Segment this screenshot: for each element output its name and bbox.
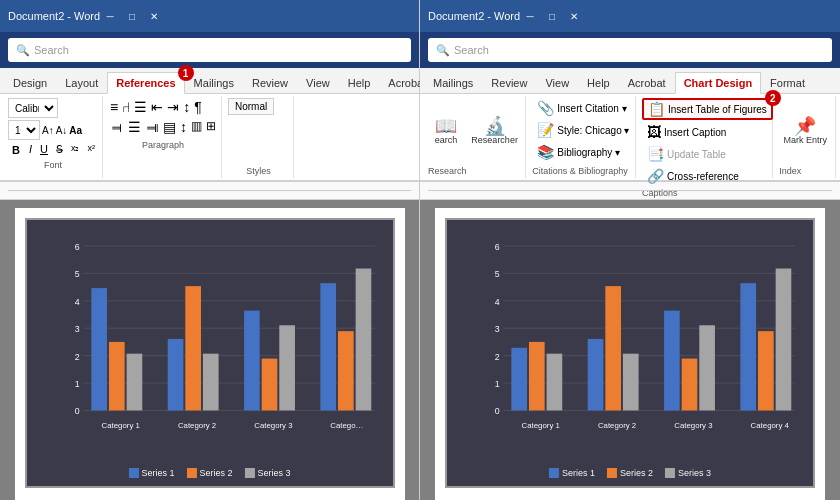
insert-citation-btn-right[interactable]: 📎 Insert Citation ▾ (532, 98, 631, 118)
badge-1: 1 (178, 65, 194, 81)
y-label-2: 2 (74, 352, 79, 362)
tab-layout-left[interactable]: Layout (56, 72, 107, 93)
search-input-left[interactable]: 🔍 Search (8, 38, 411, 62)
maximize-btn[interactable]: □ (122, 6, 142, 26)
bar-c2-s2 (185, 286, 201, 410)
align-right-btn[interactable]: ⫥ (144, 118, 160, 136)
search-input-right[interactable]: 🔍 Search (428, 38, 832, 62)
legend-s2-right: Series 2 (607, 468, 653, 478)
cat4-label-left: Catego… (330, 421, 363, 430)
numbering-btn[interactable]: ⑁ (121, 98, 131, 116)
cat1-label-right: Category 1 (522, 421, 560, 430)
border-btn[interactable]: ⊞ (205, 118, 217, 136)
svg-text:5: 5 (495, 269, 500, 279)
sup-btn[interactable]: x² (84, 142, 98, 158)
font-select-left[interactable]: Calibri (8, 98, 58, 118)
mark-entry-icon: 📌 (794, 117, 816, 135)
strikethrough-btn[interactable]: S̶ (53, 142, 66, 158)
tab-view-left[interactable]: View (297, 72, 339, 93)
update-table-btn-right[interactable]: 📑 Update Table (642, 144, 773, 164)
chart-svg-left: 6 5 4 3 2 1 0 (62, 230, 385, 446)
maximize-btn-right[interactable]: □ (542, 6, 562, 26)
ribbon-left: Calibri 10 A↑ A↓ Aa B I U S̶ x₂ x² Font … (0, 94, 419, 182)
legend-s2-label-left: Series 2 (199, 468, 232, 478)
sort-btn[interactable]: ↕ (182, 98, 191, 116)
show-marks-btn[interactable]: ¶ (193, 98, 203, 116)
aa-icon[interactable]: Aa (69, 125, 82, 136)
tab-review-left[interactable]: Review (243, 72, 297, 93)
tab-chartdesign-right[interactable]: Chart Design (675, 72, 761, 94)
search-bar-right: 🔍 Search (420, 32, 840, 68)
shrink-icon[interactable]: A↓ (56, 125, 68, 136)
tab-view-right[interactable]: View (536, 72, 578, 93)
bibliography-btn-right[interactable]: 📚 Bibliography ▾ (532, 142, 631, 162)
line-space-btn[interactable]: ↕ (179, 118, 188, 136)
tab-references-left[interactable]: References 1 (107, 72, 184, 94)
shading-btn[interactable]: ▥ (190, 118, 203, 136)
y-label-5: 5 (74, 269, 79, 279)
bar-rc3-s2 (682, 359, 698, 411)
cross-ref-icon-right: 🔗 (647, 168, 664, 184)
style-btn-right[interactable]: 📝 Style: Chicago ▾ (532, 120, 631, 140)
minimize-btn[interactable]: ─ (100, 6, 120, 26)
tab-mailings-right[interactable]: Mailings (424, 72, 482, 93)
legend-s3-label-right: Series 3 (678, 468, 711, 478)
tab-review-right[interactable]: Review (482, 72, 536, 93)
ruler-line-left (8, 190, 411, 191)
svg-text:3: 3 (495, 324, 500, 334)
legend-s1-label-right: Series 1 (562, 468, 595, 478)
research-group-label-right: Research (428, 166, 521, 176)
insert-table-figures-btn[interactable]: 📋 Insert Table of Figures 2 (642, 98, 773, 120)
citations-group-label-right: Citations & Bibliography (532, 166, 631, 176)
align-center-btn[interactable]: ☰ (127, 118, 142, 136)
window-controls-left: ─ □ ✕ (100, 6, 164, 26)
multilevel-btn[interactable]: ☰ (133, 98, 148, 116)
cat1-label-left: Category 1 (101, 421, 139, 430)
close-btn-right[interactable]: ✕ (564, 6, 584, 26)
tab-design-left[interactable]: Design (4, 72, 56, 93)
researcher-btn-right[interactable]: 🔬 Researcher (468, 114, 521, 148)
align-left-btn[interactable]: ⫤ (109, 118, 125, 136)
chart-legend-right: Series 1 Series 2 Series 3 (549, 468, 711, 478)
indent-dec-btn[interactable]: ⇤ (150, 98, 164, 116)
close-btn[interactable]: ✕ (144, 6, 164, 26)
title-bar-title-left: Document2 - Word (8, 10, 100, 22)
y-label-0: 0 (74, 406, 79, 416)
search-btn-right[interactable]: 📖 earch (428, 114, 464, 148)
bar-c4-s2 (338, 331, 354, 410)
underline-btn[interactable]: U (37, 142, 51, 158)
bold-btn[interactable]: B (8, 142, 24, 158)
minimize-btn-right[interactable]: ─ (520, 6, 540, 26)
search-text-right: Search (454, 44, 489, 56)
italic-btn[interactable]: I (26, 142, 35, 158)
indent-inc-btn[interactable]: ⇥ (166, 98, 180, 116)
search-icon-right: 🔍 (436, 44, 450, 57)
insert-caption-btn-right[interactable]: 🖼 Insert Caption (642, 122, 773, 142)
legend-s3-box-right (665, 468, 675, 478)
bullets-btn[interactable]: ≡ (109, 98, 119, 116)
bar-c3-s3 (279, 325, 295, 410)
justify-btn[interactable]: ▤ (162, 118, 177, 136)
right-panel: Document2 - Word ─ □ ✕ 🔍 Search Mailings… (420, 0, 840, 500)
search-bar-left: 🔍 Search (0, 32, 419, 68)
style-normal-btn[interactable]: Normal (228, 98, 274, 115)
grow-icon[interactable]: A↑ (42, 125, 54, 136)
citation-icon-right: 📎 (537, 100, 554, 116)
sub-btn[interactable]: x₂ (68, 142, 83, 158)
mark-entry-btn-right[interactable]: 📌 Mark Entry (779, 114, 831, 148)
tab-help-left[interactable]: Help (339, 72, 380, 93)
size-select-left[interactable]: 10 (8, 120, 40, 140)
table-figures-icon: 📋 (648, 101, 665, 117)
cross-reference-btn-right[interactable]: 🔗 Cross-reference (642, 166, 773, 186)
bar-c4-s3 (355, 269, 371, 411)
style-icon-right: 📝 (537, 122, 554, 138)
title-bar-left: Document2 - Word ─ □ ✕ (0, 0, 419, 32)
ribbon-right: 📖 earch 🔬 Researcher Research 📎 Insert C… (420, 94, 840, 182)
bar-rc1-s2 (529, 342, 545, 411)
tab-help-right[interactable]: Help (578, 72, 619, 93)
bar-rc2-s1 (588, 339, 604, 410)
legend-s2-label-right: Series 2 (620, 468, 653, 478)
bar-rc4-s3 (776, 269, 792, 411)
y-label-6: 6 (74, 242, 79, 252)
tab-acrobat-right[interactable]: Acrobat (619, 72, 675, 93)
